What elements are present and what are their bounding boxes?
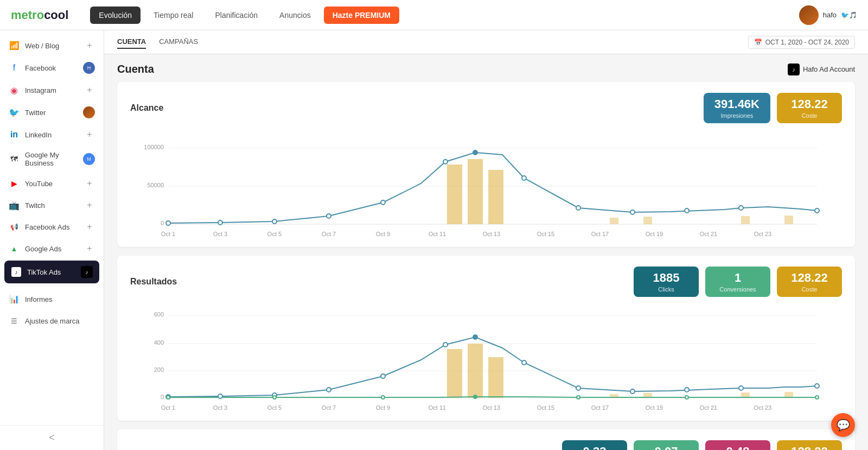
svg-text:50000: 50000 [147,182,164,188]
calendar-icon: 📅 [754,39,762,46]
subnav-tabs: CUENTA CAMPAÑAS [117,35,198,49]
svg-text:Oct 13: Oct 13 [483,231,500,237]
resultados-green-line [168,397,817,397]
sidebar-label-twitch: Twitch [25,201,79,210]
sidebar-item-google-ads[interactable]: ▲ Google Ads + [0,238,104,259]
nav-tiempo-real[interactable]: Tiempo real [145,7,202,24]
google-ads-icon: ▲ [9,243,20,254]
add-facebook-ads-btn[interactable]: + [84,221,95,232]
tiktok-account-icon: ♪ [788,64,800,75]
svg-point-57 [273,396,276,399]
svg-point-54 [739,386,743,390]
nav-premium[interactable]: Hazte PREMIUM [324,7,399,24]
res-bar3 [488,357,503,398]
svg-point-46 [327,388,331,392]
add-youtube-btn[interactable]: + [84,178,95,189]
sidebar-item-facebook-ads[interactable]: 📢 Facebook Ads + [0,216,104,238]
alcance-metrics: 391.46K Impresiones 128.22 Coste [704,93,842,123]
svg-text:Oct 11: Oct 11 [429,404,446,411]
svg-text:Oct 3: Oct 3 [213,231,227,237]
svg-point-13 [522,176,526,180]
svg-point-7 [218,220,222,225]
bar-small4 [784,216,793,224]
svg-text:Oct 15: Oct 15 [537,404,554,411]
tiktok-icon: ♪ [11,267,22,277]
sidebar-item-gmb[interactable]: 🗺 Google My Business M [0,145,104,173]
user-name: hafo [823,11,837,19]
svg-point-61 [685,396,688,399]
svg-point-11 [443,160,448,164]
svg-text:Oct 9: Oct 9 [376,231,390,237]
ctr-badge: 0.48 CTR [705,440,770,450]
svg-text:Oct 23: Oct 23 [754,231,771,237]
sidebar-item-youtube[interactable]: ▶ YouTube + [0,173,104,194]
add-linkedin-btn[interactable]: + [84,129,95,140]
alcance-chart: 100000 50000 0 [130,132,842,240]
add-instagram-btn[interactable]: + [84,85,95,96]
sidebar-label-tiktok-ads: TikTok Ads [27,268,75,276]
sidebar-item-tiktok-ads[interactable]: ♪ TikTok Ads ♪ [4,261,99,283]
nav-anuncios[interactable]: Anuncios [271,7,320,24]
svg-text:0: 0 [161,220,164,226]
nav-evolucion[interactable]: Evolución [90,7,141,24]
reports-icon: 📊 [9,294,20,305]
date-range-picker[interactable]: 📅 OCT 1, 2020 - OCT 24, 2020 [748,36,855,49]
chat-button[interactable]: 💬 [831,413,855,437]
cpm-badge: 0.33 CPM [562,440,627,450]
svg-point-44 [218,394,222,398]
sidebar-item-web-blog[interactable]: 📶 Web / Blog + [0,35,104,56]
svg-text:Oct 1: Oct 1 [161,404,175,411]
nav-planificacion[interactable]: Planificación [206,7,266,24]
sidebar-item-linkedin[interactable]: in LinkedIn + [0,124,104,145]
svg-point-62 [815,396,819,399]
svg-point-53 [685,388,689,392]
coste-rendimiento-badge: 128.22 Coste [777,440,842,450]
cpm-value: 0.33 [573,445,616,450]
add-google-ads-btn[interactable]: + [84,243,95,254]
svg-text:0: 0 [161,394,164,400]
svg-point-9 [327,214,331,218]
sidebar-item-twitch[interactable]: 📺 Twitch + [0,194,104,216]
sidebar-item-ajustes[interactable]: ☰ Ajustes de marca [0,310,104,332]
coste-alcance-badge: 128.22 Coste [777,93,842,123]
sidebar-item-informes[interactable]: 📊 Informes [0,288,104,310]
sidebar-label-twitter: Twitter [25,109,78,117]
impressiones-value: 391.46K [714,97,760,111]
svg-point-12 [473,150,477,155]
resultados-title: Resultados [130,277,177,287]
svg-text:Oct 11: Oct 11 [429,231,446,237]
tab-cuenta[interactable]: CUENTA [117,35,146,49]
resultados-chart: 600 400 200 0 [130,306,842,414]
svg-text:Oct 13: Oct 13 [483,404,500,411]
sidebar-collapse-btn[interactable]: < [0,425,104,450]
bar-small3 [741,216,750,224]
cpc-value: 0.07 [644,445,688,450]
svg-point-58 [381,396,385,399]
content-header: Cuenta ♪ Hafo Ad Account [117,63,855,75]
top-nav: metrocool Evolución Tiempo real Planific… [0,0,868,30]
svg-point-51 [576,386,580,390]
coste-resultados-value: 128.22 [788,271,831,285]
resultados-section: Resultados 1885 Clicks 1 Conversiones 12… [117,256,855,421]
bar-oct10 [488,170,503,224]
tab-campanas[interactable]: CAMPAÑAS [159,35,198,49]
sidebar-item-facebook[interactable]: f Facebook H [0,56,104,79]
svg-text:Oct 3: Oct 3 [213,404,227,411]
sidebar-item-instagram[interactable]: ◉ Instagram + [0,79,104,101]
sidebar-label-linkedin: LinkedIn [25,131,79,139]
account-badge: ♪ Hafo Ad Account [788,64,855,75]
svg-text:Oct 7: Oct 7 [322,231,336,237]
sidebar-item-twitter[interactable]: 🐦 Twitter [0,101,104,124]
svg-text:Oct 17: Oct 17 [591,231,609,237]
coste-rendimiento-value: 128.22 [788,445,831,450]
svg-text:Oct 19: Oct 19 [646,231,663,237]
add-web-btn[interactable]: + [84,40,95,51]
svg-text:600: 600 [154,311,164,318]
subnav: CUENTA CAMPAÑAS 📅 OCT 1, 2020 - OCT 24, … [104,30,868,54]
svg-point-50 [522,360,526,365]
svg-point-59 [474,395,477,398]
svg-text:Oct 5: Oct 5 [267,231,282,237]
svg-point-60 [577,396,580,399]
add-twitch-btn[interactable]: + [84,200,95,211]
sidebar-divider [9,286,95,286]
